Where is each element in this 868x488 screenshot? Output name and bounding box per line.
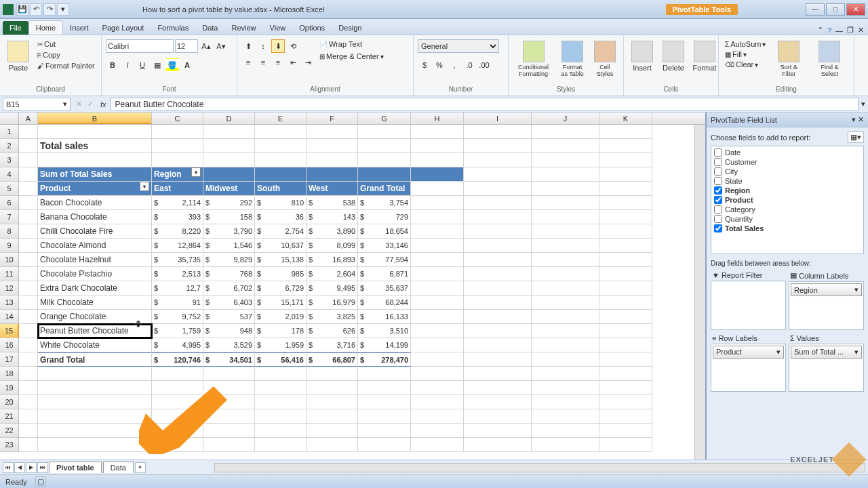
redo-icon[interactable]: ↷ — [43, 3, 56, 16]
cell[interactable] — [411, 395, 464, 409]
value-cell[interactable]: $35,637 — [358, 281, 411, 296]
product-dropdown[interactable]: Product ▾ — [38, 182, 152, 196]
tab-file[interactable]: File — [3, 21, 28, 35]
value-cell[interactable]: $10,637 — [255, 239, 307, 253]
cell[interactable] — [38, 395, 152, 409]
cell[interactable] — [307, 367, 358, 381]
value-cell[interactable]: $4,995 — [152, 338, 203, 352]
horizontal-scrollbar[interactable] — [214, 463, 865, 472]
cell[interactable] — [464, 338, 532, 352]
conditional-formatting-button[interactable]: Conditional Formatting — [513, 39, 554, 79]
value-cell[interactable]: $9,829 — [203, 253, 255, 267]
row-header[interactable]: 13 — [0, 296, 19, 310]
cell[interactable] — [19, 253, 38, 267]
row-header[interactable]: 5 — [0, 182, 19, 196]
tab-page-layout[interactable]: Page Layout — [96, 21, 151, 35]
cell[interactable] — [203, 438, 255, 452]
value-cell[interactable]: $3,754 — [358, 196, 411, 210]
column-header-E[interactable]: E — [255, 113, 307, 124]
cell[interactable] — [38, 424, 152, 438]
expand-formula-bar-icon[interactable]: ▾ — [859, 100, 868, 108]
product-cell[interactable]: Chilli Chocolate Fire — [38, 224, 152, 239]
row-header[interactable]: 8 — [0, 224, 19, 239]
cell[interactable] — [411, 210, 464, 224]
cell[interactable] — [19, 182, 38, 196]
cell[interactable] — [19, 296, 38, 310]
row-header[interactable]: 15 — [0, 324, 19, 338]
sheet-tab-data[interactable]: Data — [103, 462, 134, 473]
value-cell[interactable]: $3,790 — [203, 224, 255, 239]
title-cell[interactable]: Total sales — [38, 139, 152, 153]
cell[interactable] — [599, 210, 652, 224]
new-sheet-icon[interactable]: ✦ — [135, 462, 146, 473]
row-header[interactable]: 18 — [0, 367, 19, 381]
cell[interactable] — [411, 167, 464, 182]
wrap-text-button[interactable]: 📄 Wrap Text — [317, 39, 386, 49]
align-left-icon[interactable]: ≡ — [241, 56, 255, 69]
cell[interactable] — [411, 352, 464, 367]
cell[interactable] — [599, 239, 652, 253]
cell[interactable] — [38, 153, 152, 167]
worksheet-area[interactable]: ABCDEFGHIJK 12Total sales34Sum of Total … — [0, 113, 705, 460]
cell[interactable] — [19, 196, 38, 210]
cell[interactable] — [599, 182, 652, 196]
value-cell[interactable]: $9,495 — [307, 281, 358, 296]
value-cell[interactable]: $6,403 — [203, 296, 255, 310]
tab-review[interactable]: Review — [224, 21, 262, 35]
copy-button[interactable]: ⎘ Copy — [35, 50, 97, 60]
cell[interactable] — [599, 352, 652, 367]
product-cell[interactable]: Chocolate Pistachio — [38, 267, 152, 281]
column-header-B[interactable]: B — [38, 113, 152, 124]
value-cell[interactable]: $18,654 — [358, 224, 411, 239]
cell[interactable] — [358, 381, 411, 395]
value-cell[interactable]: $626 — [307, 324, 358, 338]
cell[interactable] — [152, 367, 203, 381]
cell[interactable] — [411, 139, 464, 153]
cell[interactable] — [599, 296, 652, 310]
cell[interactable] — [464, 167, 532, 182]
cell[interactable] — [255, 125, 307, 139]
cell[interactable] — [599, 424, 652, 438]
cell[interactable] — [19, 310, 38, 324]
cell[interactable] — [532, 125, 599, 139]
value-cell[interactable]: $1,959 — [255, 338, 307, 352]
value-cell[interactable]: $810 — [255, 196, 307, 210]
cell[interactable] — [19, 167, 38, 182]
format-painter-button[interactable]: 🖌 Format Painter — [35, 61, 97, 70]
cell[interactable] — [464, 395, 532, 409]
cell[interactable] — [532, 281, 599, 296]
cell[interactable] — [255, 395, 307, 409]
value-cell[interactable]: $16,893 — [307, 253, 358, 267]
product-cell[interactable]: Milk Chocolate — [38, 296, 152, 310]
value-cell[interactable]: $14,199 — [358, 338, 411, 352]
region-header[interactable]: South — [255, 182, 307, 196]
cell[interactable] — [358, 424, 411, 438]
column-header-D[interactable]: D — [203, 113, 255, 124]
region-dropdown[interactable]: Region ▾ — [152, 167, 203, 182]
cell[interactable] — [358, 395, 411, 409]
cell[interactable] — [464, 438, 532, 452]
next-sheet-icon[interactable]: ▶ — [26, 462, 37, 473]
cell[interactable] — [255, 153, 307, 167]
cell[interactable] — [19, 267, 38, 281]
cell[interactable] — [19, 438, 38, 452]
cell[interactable] — [203, 395, 255, 409]
cell[interactable] — [532, 267, 599, 281]
row-header[interactable]: 21 — [0, 409, 19, 424]
product-cell[interactable]: Extra Dark Chocolate — [38, 281, 152, 296]
enter-formula-icon[interactable]: ✓ — [85, 100, 96, 108]
cell[interactable] — [255, 424, 307, 438]
formula-bar[interactable]: Peanut Butter Chocolate — [111, 98, 859, 111]
cell[interactable] — [532, 239, 599, 253]
row-header[interactable]: 6 — [0, 196, 19, 210]
value-cell[interactable]: $178 — [255, 324, 307, 338]
cell[interactable] — [464, 381, 532, 395]
merge-center-button[interactable]: ⊞ Merge & Center ▾ — [317, 52, 386, 61]
cell[interactable] — [599, 167, 652, 182]
cell[interactable] — [203, 367, 255, 381]
cell[interactable] — [19, 352, 38, 367]
cell[interactable] — [307, 438, 358, 452]
align-bottom-icon[interactable]: ⬇ — [271, 39, 285, 53]
value-cell[interactable]: $8,099 — [307, 239, 358, 253]
cell[interactable] — [464, 196, 532, 210]
